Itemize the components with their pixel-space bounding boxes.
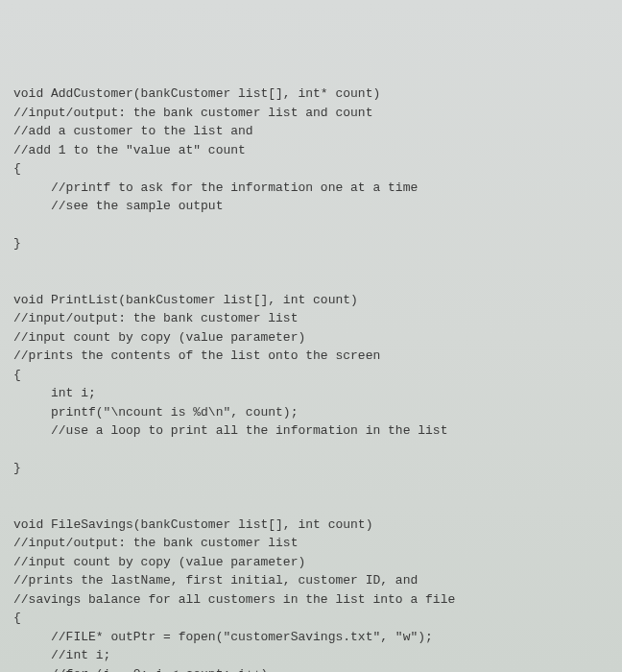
code-line: //input/output: the bank customer list a…	[13, 106, 372, 120]
code-line: //input count by copy (value parameter)	[13, 330, 305, 345]
code-line: }	[13, 461, 21, 475]
code-line: //savings balance for all customers in t…	[13, 592, 455, 607]
code-line: //see the sample output	[13, 199, 223, 213]
code-line: //add a customer to the list and	[13, 124, 253, 138]
code-line: //input/output: the bank customer list	[13, 536, 298, 550]
code-line: {	[13, 161, 21, 176]
code-line: int i;	[13, 386, 96, 400]
code-line: //int i;	[13, 648, 110, 662]
code-line: void AddCustomer(bankCustomer list[], in…	[13, 86, 380, 101]
code-line: //for (i = 0; i < count; i++)	[13, 667, 268, 673]
code-line: //prints the lastName, first initial, cu…	[13, 573, 418, 588]
code-line: //printf to ask for the information one …	[13, 180, 418, 195]
code-line: {	[13, 368, 21, 382]
code-line: //input count by copy (value parameter)	[13, 555, 305, 569]
code-line: printf("\ncount is %d\n", count);	[13, 405, 298, 420]
code-line: }	[13, 236, 21, 251]
code-line: void PrintList(bankCustomer list[], int …	[13, 293, 358, 307]
code-line: //prints the contents of the list onto t…	[13, 348, 380, 363]
code-line: //input/output: the bank customer list	[13, 311, 298, 325]
code-line: //use a loop to print all the informatio…	[13, 423, 447, 438]
code-line: {	[13, 611, 21, 625]
code-line: //FILE* outPtr = fopen("customerSavings.…	[13, 630, 433, 644]
code-line: void FileSavings(bankCustomer list[], in…	[13, 517, 372, 532]
code-block: void AddCustomer(bankCustomer list[], in…	[13, 84, 609, 672]
code-line: //add 1 to the "value at" count	[13, 143, 246, 157]
